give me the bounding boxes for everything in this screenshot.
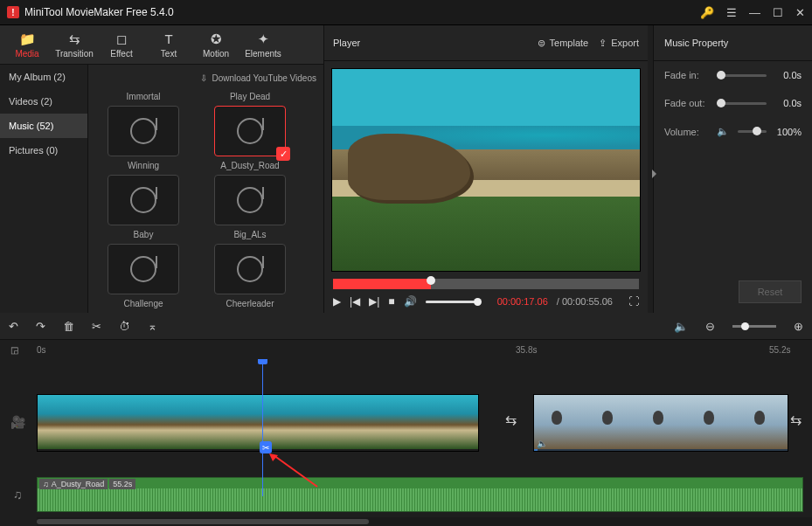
- fade-out-slider[interactable]: [717, 102, 767, 105]
- tab-text[interactable]: TText: [147, 27, 191, 62]
- fade-out-label: Fade out:: [664, 98, 708, 108]
- slider-handle[interactable]: [753, 127, 761, 135]
- hamburger-menu-icon[interactable]: ☰: [726, 6, 737, 19]
- speaker-icon[interactable]: 🔈: [717, 126, 729, 137]
- scrollbar-thumb[interactable]: [37, 519, 369, 524]
- zoom-out-button[interactable]: ⊖: [705, 320, 715, 333]
- music-item-big-als[interactable]: [214, 175, 286, 225]
- speed-button[interactable]: ⏱: [119, 320, 130, 333]
- music-item-label: Challenge: [123, 299, 163, 309]
- redo-button[interactable]: ↷: [36, 320, 45, 333]
- folder-icon: 📁: [19, 31, 36, 46]
- music-item-winning[interactable]: [108, 106, 179, 156]
- close-button[interactable]: ✕: [795, 6, 805, 19]
- play-button[interactable]: ▶: [333, 295, 341, 308]
- timeline-ruler[interactable]: ◲ 0s 35.8s 55.2s: [0, 340, 812, 359]
- ruler-label: 35.8s: [516, 345, 537, 355]
- volume-icon[interactable]: 🔊: [404, 295, 417, 308]
- music-property-title: Music Property: [654, 25, 812, 61]
- tab-media[interactable]: 📁Media: [5, 27, 49, 62]
- split-button[interactable]: ✂: [92, 320, 101, 333]
- category-list: My Album (2) Videos (2) Music (52) Pictu…: [0, 65, 88, 314]
- export-button[interactable]: ⇪Export: [599, 38, 639, 49]
- music-item-challenge[interactable]: [108, 244, 179, 294]
- music-note-icon: [130, 187, 156, 213]
- zoom-slider[interactable]: [732, 325, 776, 328]
- music-item-cheerleader[interactable]: [214, 244, 286, 294]
- ruler-label: 0s: [37, 345, 46, 355]
- fade-in-value: 0.0s: [775, 70, 802, 80]
- video-clip-2[interactable]: 🔈: [533, 394, 788, 452]
- reset-button[interactable]: Reset: [739, 280, 802, 303]
- category-my-album[interactable]: My Album (2): [0, 65, 87, 89]
- panel-collapse-handle[interactable]: [648, 25, 653, 314]
- download-youtube-link[interactable]: ⇩ Download YouTube Videos: [95, 68, 316, 87]
- next-frame-button[interactable]: ▶|: [369, 295, 379, 308]
- time-total: / 00:00:55.06: [557, 296, 613, 307]
- seek-handle[interactable]: [427, 276, 435, 285]
- tab-effect[interactable]: ◻Effect: [100, 27, 143, 62]
- minimize-button[interactable]: —: [749, 6, 760, 19]
- video-clip-1[interactable]: [37, 394, 479, 450]
- volume-handle[interactable]: [474, 298, 482, 306]
- template-icon: ⊜: [538, 38, 545, 49]
- stop-button[interactable]: ■: [388, 295, 394, 308]
- music-note-icon: [237, 118, 263, 144]
- volume-slider[interactable]: [426, 301, 478, 303]
- video-track-icon[interactable]: 🎥: [9, 413, 26, 431]
- main-toolbar: 📁Media ⇆Transition ◻Effect TText ✪Motion…: [0, 25, 323, 65]
- zoom-handle[interactable]: [741, 322, 749, 330]
- music-item-label: Immortal: [127, 92, 161, 102]
- audio-clip[interactable]: ♫A_Dusty_Road 55.2s: [37, 477, 803, 512]
- fade-in-label: Fade in:: [664, 70, 708, 80]
- slider-handle[interactable]: [717, 71, 725, 80]
- category-music[interactable]: Music (52): [0, 114, 87, 138]
- svg-marker-1: [269, 453, 278, 461]
- tab-motion[interactable]: ✪Motion: [194, 27, 238, 62]
- transition-icon: ⇆: [69, 31, 80, 46]
- selected-check-icon: ✓: [276, 147, 290, 161]
- upgrade-key-icon[interactable]: 🔑: [700, 6, 714, 19]
- text-icon: T: [164, 31, 172, 46]
- app-logo: !: [7, 6, 19, 18]
- delete-button[interactable]: 🗑: [63, 320, 74, 333]
- prev-frame-button[interactable]: |◀: [350, 295, 360, 308]
- fade-out-value: 0.0s: [775, 98, 802, 108]
- music-note-icon: [130, 118, 156, 144]
- fullscreen-button[interactable]: ⛶: [628, 295, 639, 308]
- audio-track-icon[interactable]: ♫: [9, 486, 26, 503]
- undo-button[interactable]: ↶: [9, 320, 18, 333]
- music-item-label: Play Dead: [230, 92, 270, 102]
- music-note-icon: [237, 187, 263, 213]
- clip-split-marker[interactable]: ✂: [260, 441, 272, 453]
- music-item-a-dusty-road[interactable]: ✓: [214, 106, 286, 156]
- maximize-button[interactable]: ☐: [773, 6, 783, 19]
- slider-handle[interactable]: [717, 99, 725, 107]
- timeline-playhead[interactable]: [262, 359, 263, 496]
- tab-transition[interactable]: ⇆Transition: [52, 27, 96, 62]
- download-youtube-label: Download YouTube Videos: [212, 73, 316, 83]
- elements-icon: ✦: [258, 31, 269, 46]
- audio-clip-duration: 55.2s: [109, 479, 135, 489]
- fade-in-slider[interactable]: [717, 74, 767, 77]
- category-videos[interactable]: Videos (2): [0, 89, 87, 114]
- zoom-in-button[interactable]: ⊕: [794, 320, 803, 333]
- time-current: 00:00:17.06: [497, 296, 548, 307]
- music-volume-slider[interactable]: [738, 130, 767, 133]
- timeline-audio-icon[interactable]: 🔈: [674, 320, 688, 333]
- music-item-label: Baby: [134, 230, 154, 240]
- template-button[interactable]: ⊜Template: [538, 38, 589, 49]
- category-pictures[interactable]: Pictures (0): [0, 138, 87, 163]
- track-header-icon[interactable]: ◲: [10, 345, 18, 355]
- tab-elements[interactable]: ✦Elements: [241, 27, 285, 62]
- audio-clip-name: ♫A_Dusty_Road: [39, 479, 108, 489]
- swap-clips-button[interactable]: ⇆: [790, 412, 802, 428]
- music-item-baby[interactable]: [108, 175, 179, 225]
- crop-button[interactable]: ⌅: [148, 320, 157, 333]
- playback-seek-slider[interactable]: [333, 279, 639, 289]
- video-preview[interactable]: [331, 68, 641, 272]
- timeline-scrollbar[interactable]: [37, 517, 812, 526]
- swap-clips-button[interactable]: ⇆: [505, 412, 517, 428]
- motion-icon: ✪: [211, 31, 222, 46]
- music-note-icon: [237, 256, 263, 282]
